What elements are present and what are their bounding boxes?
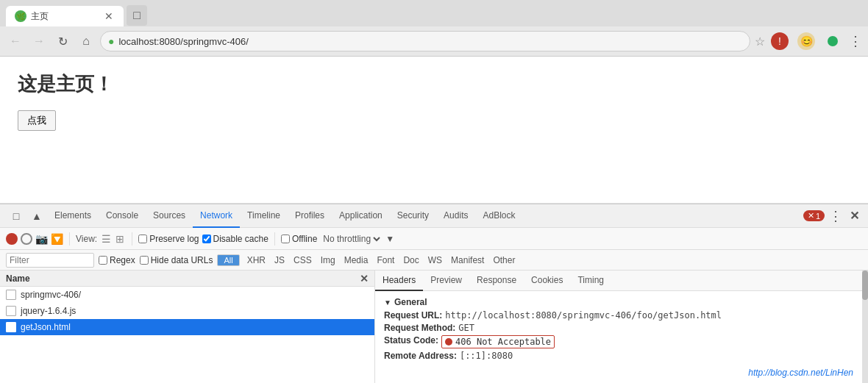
tab-profiles[interactable]: Profiles — [288, 204, 332, 228]
reload-button[interactable]: ↻ — [53, 32, 72, 51]
tab-application[interactable]: Application — [332, 204, 390, 228]
status-code-badge: 406 Not Acceptable — [441, 335, 555, 348]
screenshot-icon[interactable]: 📷 — [35, 233, 48, 245]
separator3 — [274, 232, 275, 246]
filter-xhr[interactable]: XHR — [244, 254, 268, 266]
headers-tab-response[interactable]: Response — [469, 271, 524, 291]
mobile-view-icon[interactable]: ▲ — [26, 206, 47, 226]
scrollbar[interactable] — [862, 271, 868, 383]
forward-button[interactable]: → — [29, 32, 49, 51]
headers-tab-preview[interactable]: Preview — [423, 271, 469, 291]
separator — [69, 232, 70, 246]
tab-close-button[interactable]: ✕ — [103, 10, 115, 22]
disable-cache-checkbox[interactable] — [202, 235, 211, 243]
grid-view-icon[interactable]: ⊞ — [114, 233, 126, 245]
tab-network[interactable]: Network — [193, 204, 240, 228]
tab-title: 主页 — [31, 10, 99, 23]
filter-manifest[interactable]: Manifest — [448, 254, 487, 266]
preserve-log-checkbox-wrap[interactable]: Preserve log — [138, 234, 199, 244]
throttle-arrow[interactable]: ▼ — [385, 234, 394, 244]
headers-tab-cookies[interactable]: Cookies — [524, 271, 570, 291]
secure-icon: ● — [108, 35, 114, 47]
tab-favicon: 🌿 — [15, 10, 26, 22]
browser-tab[interactable]: 🌿 主页 ✕ — [6, 6, 124, 26]
headers-content: General Request URL: http://localhost:80… — [375, 291, 868, 369]
devtools-toolbar: □ ▲ Elements Console Sources Network Tim… — [0, 204, 868, 228]
filter-input[interactable] — [6, 253, 94, 268]
request-url-row: Request URL: http://localhost:8080/sprin… — [384, 310, 859, 321]
tab-sources[interactable]: Sources — [146, 204, 193, 228]
file-icon-2 — [6, 322, 16, 332]
browser-menu-button[interactable]: ⋮ — [849, 33, 862, 49]
status-code-key: Status Code: — [384, 335, 438, 348]
headers-tab-timing[interactable]: Timing — [570, 271, 611, 291]
devtools-main: Name ✕ springmvc-406/ jquery-1.6.4.js ge… — [0, 271, 868, 383]
file-item-0[interactable]: springmvc-406/ — [0, 287, 374, 303]
extension-icon-avatar[interactable]: 😊 — [796, 31, 817, 51]
browser-chrome: 🌿 主页 ✕ □ ← → ↻ ⌂ ● localhost:8080/spring… — [0, 0, 868, 57]
filter-doc[interactable]: Doc — [400, 254, 421, 266]
status-code-row: Status Code: 406 Not Acceptable — [384, 335, 859, 348]
extension-icon-red[interactable]: ! — [769, 31, 790, 51]
file-item-2[interactable]: getJson.html — [0, 319, 374, 335]
offline-checkbox-wrap[interactable]: Offline — [281, 234, 317, 244]
offline-checkbox[interactable] — [281, 235, 290, 243]
hide-data-checkbox-wrap[interactable]: Hide data URLs — [140, 255, 213, 265]
filter-media[interactable]: Media — [341, 254, 371, 266]
devtools-close-button[interactable]: ✕ — [847, 209, 862, 223]
page-click-button[interactable]: 点我 — [18, 110, 56, 131]
headers-tab-headers[interactable]: Headers — [375, 271, 423, 291]
remote-address-key: Remote Address: — [384, 351, 457, 361]
inspect-element-icon[interactable]: □ — [6, 206, 26, 226]
hide-data-checkbox[interactable] — [140, 256, 149, 265]
record-button[interactable] — [6, 233, 18, 245]
headers-tabs: Headers Preview Response Cookies Timing — [375, 271, 868, 291]
filter-icon[interactable]: 🔽 — [51, 233, 63, 245]
blog-watermark: http://blog.csdn.net/LinHen — [748, 368, 853, 378]
address-input-wrap[interactable]: ● localhost:8080/springmvc-406/ — [100, 31, 750, 51]
view-label: View: — [76, 234, 97, 244]
file-item-1[interactable]: jquery-1.6.4.js — [0, 303, 374, 319]
file-icon-1 — [6, 306, 16, 316]
regex-checkbox-wrap[interactable]: Regex — [99, 255, 135, 265]
tab-timeline[interactable]: Timeline — [240, 204, 288, 228]
devtools-more-button[interactable]: ⋮ — [829, 208, 842, 224]
filter-img[interactable]: Img — [318, 254, 338, 266]
throttling-select[interactable]: No throttling — [320, 233, 383, 245]
request-url-key: Request URL: — [384, 310, 442, 321]
headers-panel: Headers Preview Response Cookies Timing … — [375, 271, 868, 383]
page-content: 这是主页！ 点我 — [0, 57, 868, 204]
view-icons: ☰ ⊞ — [100, 233, 126, 245]
separator2 — [132, 232, 132, 246]
tab-adblock[interactable]: AdBlock — [475, 204, 522, 228]
remote-address-row: Remote Address: [::1]:8080 — [384, 351, 859, 361]
address-url: localhost:8080/springmvc-406/ — [118, 36, 742, 47]
filter-css[interactable]: CSS — [291, 254, 315, 266]
status-code-text: 406 Not Acceptable — [455, 337, 551, 347]
clear-button[interactable] — [21, 233, 32, 245]
filter-js[interactable]: JS — [271, 254, 288, 266]
bookmark-icon[interactable]: ☆ — [755, 35, 765, 49]
filter-ws[interactable]: WS — [425, 254, 445, 266]
new-tab-button[interactable]: □ — [127, 5, 147, 26]
tab-console[interactable]: Console — [99, 204, 146, 228]
regex-checkbox[interactable] — [99, 256, 107, 265]
devtools-panel: □ ▲ Elements Console Sources Network Tim… — [0, 204, 868, 383]
all-filter-button[interactable]: All — [217, 254, 239, 266]
preserve-log-checkbox[interactable] — [138, 235, 147, 243]
disable-cache-checkbox-wrap[interactable]: Disable cache — [202, 234, 268, 244]
tab-bar: 🌿 主页 ✕ □ — [0, 0, 868, 26]
back-button[interactable]: ← — [6, 32, 25, 51]
filter-other[interactable]: Other — [490, 254, 518, 266]
file-list-panel: Name ✕ springmvc-406/ jquery-1.6.4.js ge… — [0, 271, 375, 383]
error-badge: ✕ 1 — [803, 210, 825, 221]
file-list-close-button[interactable]: ✕ — [360, 273, 369, 284]
home-button[interactable]: ⌂ — [77, 32, 96, 51]
tab-elements[interactable]: Elements — [47, 204, 99, 228]
filter-bar: Regex Hide data URLs All XHR JS CSS Img … — [0, 250, 868, 271]
tab-audits[interactable]: Audits — [436, 204, 475, 228]
list-view-icon[interactable]: ☰ — [100, 233, 113, 245]
tab-security[interactable]: Security — [390, 204, 436, 228]
extension-icon-green[interactable] — [822, 31, 843, 51]
filter-font[interactable]: Font — [374, 254, 397, 266]
